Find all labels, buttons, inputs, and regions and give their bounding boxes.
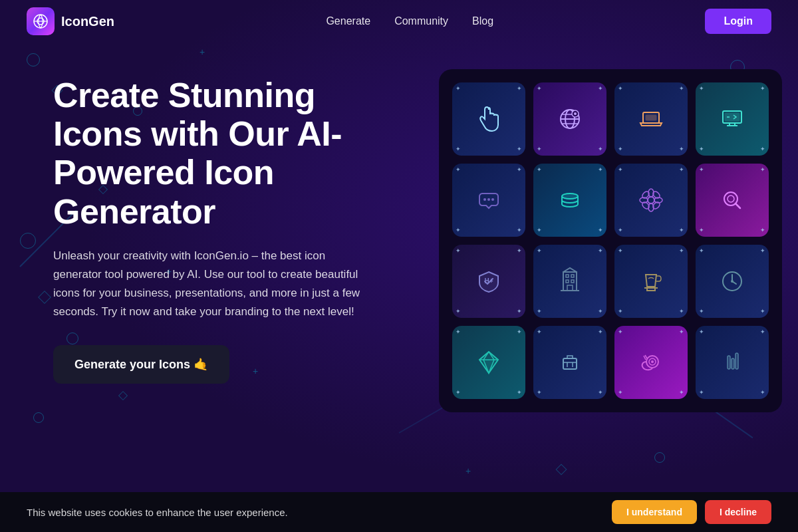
svg-point-34 xyxy=(731,280,733,283)
icon-card-search[interactable]: ✦✦✦✦ xyxy=(696,164,769,237)
nav-community[interactable]: Community xyxy=(394,15,448,27)
icon-card-cup[interactable]: ✦✦✦✦ xyxy=(614,245,688,318)
svg-point-5 xyxy=(574,112,577,115)
svg-rect-27 xyxy=(563,272,577,291)
cookie-banner: This website uses cookies to enhance the… xyxy=(0,492,798,532)
icon-grid: ✦✦✦✦ ✦✦✦✦ ✦✦✦✦ xyxy=(439,69,782,412)
logo-icon xyxy=(27,7,55,35)
hero-title: Create Stunning Icons with Our AI-Powere… xyxy=(53,76,399,231)
cookie-buttons: I understand I decline xyxy=(612,500,771,524)
icon-card-snail[interactable]: ✦✦✦✦ xyxy=(614,326,688,399)
svg-point-25 xyxy=(728,196,734,202)
login-button[interactable]: Login xyxy=(705,9,771,34)
icon-card-stack[interactable]: ✦✦✦✦ xyxy=(533,164,606,237)
icon-card-hand[interactable]: ✦✦✦✦ xyxy=(452,82,525,156)
icon-card-chat[interactable]: ✦✦✦✦ xyxy=(452,164,525,237)
svg-rect-7 xyxy=(646,115,656,120)
navbar: IconGen Generate Community Blog Login xyxy=(0,0,798,43)
hero-section: Create Stunning Icons with Our AI-Powere… xyxy=(0,43,798,492)
svg-point-14 xyxy=(562,194,578,199)
hero-left: Create Stunning Icons with Our AI-Powere… xyxy=(53,69,399,384)
svg-point-38 xyxy=(651,360,654,363)
svg-rect-41 xyxy=(735,353,738,369)
svg-text:H+: H+ xyxy=(484,277,493,285)
svg-point-11 xyxy=(487,198,490,201)
cta-button[interactable]: Generate your Icons 🤙 xyxy=(53,345,229,384)
svg-rect-40 xyxy=(732,358,734,369)
icon-card-shield[interactable]: ✦✦✦✦ H+ xyxy=(452,245,525,318)
svg-rect-31 xyxy=(571,280,574,283)
icon-card-diamond[interactable]: ✦✦✦✦ xyxy=(452,326,525,399)
svg-point-12 xyxy=(491,198,494,201)
icon-card-screen[interactable]: ✦✦✦✦ xyxy=(696,82,769,156)
icon-card-building[interactable]: ✦✦✦✦ xyxy=(533,245,606,318)
icon-card-laptop[interactable]: ✦✦✦✦ xyxy=(614,82,688,156)
decline-button[interactable]: I decline xyxy=(705,500,771,524)
icon-card-flower[interactable]: ✦✦✦✦ xyxy=(614,164,688,237)
icon-card-globe[interactable]: ✦✦✦✦ xyxy=(533,82,606,156)
svg-rect-30 xyxy=(566,280,569,283)
svg-point-15 xyxy=(648,197,654,203)
svg-point-10 xyxy=(483,198,486,201)
cookie-message: This website uses cookies to enhance the… xyxy=(27,507,288,518)
hero-description: Unleash your creativity with IconGen.io … xyxy=(53,247,366,321)
svg-rect-35 xyxy=(563,358,577,369)
nav-links: Generate Community Blog xyxy=(326,15,493,27)
svg-rect-39 xyxy=(728,356,730,369)
icon-card-bars[interactable]: ✦✦✦✦ xyxy=(696,326,769,399)
svg-rect-29 xyxy=(571,275,574,277)
svg-rect-28 xyxy=(566,275,569,277)
icon-card-box[interactable]: ✦✦✦✦ xyxy=(533,326,606,399)
brand-name: IconGen xyxy=(61,14,114,29)
svg-rect-32 xyxy=(567,285,573,291)
nav-blog[interactable]: Blog xyxy=(472,15,493,27)
nav-generate[interactable]: Generate xyxy=(326,15,370,27)
nav-logo[interactable]: IconGen xyxy=(27,7,114,35)
understand-button[interactable]: I understand xyxy=(612,500,697,524)
hero-right: ✦✦✦✦ ✦✦✦✦ ✦✦✦✦ xyxy=(439,69,782,412)
icon-card-clock[interactable]: ✦✦✦✦ xyxy=(696,245,769,318)
